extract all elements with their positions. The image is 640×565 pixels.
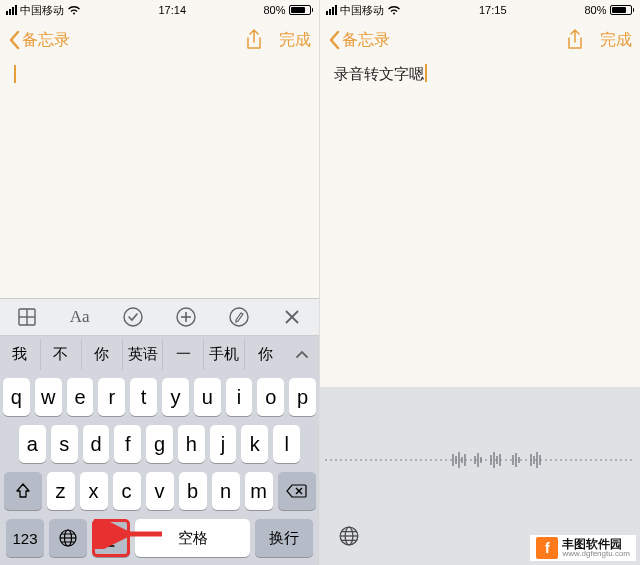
key-b[interactable]: b (179, 472, 207, 510)
key-a[interactable]: a (19, 425, 46, 463)
key-s[interactable]: s (51, 425, 78, 463)
return-key[interactable]: 换行 (255, 519, 313, 557)
phone-right: 中国移动 17:15 80% 备忘录 (320, 0, 640, 565)
pencil-icon[interactable] (226, 304, 252, 330)
key-i[interactable]: i (226, 378, 253, 416)
key-q[interactable]: q (3, 378, 30, 416)
key-e[interactable]: e (67, 378, 94, 416)
wifi-icon (67, 5, 81, 15)
back-label: 备忘录 (342, 30, 390, 51)
globe-key[interactable] (49, 519, 87, 557)
toolbar-row: Aa (0, 298, 319, 336)
done-button[interactable]: 完成 (600, 30, 632, 51)
back-button[interactable]: 备忘录 (328, 30, 390, 51)
share-icon[interactable] (245, 29, 263, 51)
numeric-key[interactable]: 123 (6, 519, 44, 557)
svg-rect-15 (109, 529, 114, 539)
aa-icon[interactable]: Aa (67, 304, 93, 330)
back-label: 备忘录 (22, 30, 70, 51)
key-j[interactable]: j (210, 425, 237, 463)
space-key[interactable]: 空格 (135, 519, 250, 557)
grid-icon[interactable] (14, 304, 40, 330)
plus-icon[interactable] (173, 304, 199, 330)
key-r[interactable]: r (98, 378, 125, 416)
prediction-item[interactable]: 我 (0, 339, 41, 370)
phone-left: 中国移动 17:14 80% 备忘录 (0, 0, 320, 565)
status-bar: 中国移动 17:14 80% (0, 0, 319, 20)
prediction-item[interactable]: 你 (82, 339, 123, 370)
keyboard: Aa 我 不 你 英语 一 手机 你 q w e (0, 298, 319, 565)
chevron-left-icon (328, 30, 340, 50)
key-w[interactable]: w (35, 378, 62, 416)
nav-bar: 备忘录 完成 (320, 20, 640, 60)
carrier-label: 中国移动 (340, 3, 384, 18)
prediction-item[interactable]: 英语 (123, 339, 164, 370)
status-time: 17:15 (479, 4, 507, 16)
key-k[interactable]: k (241, 425, 268, 463)
key-row-2: a s d f g h j k l (3, 425, 316, 463)
done-button[interactable]: 完成 (279, 30, 311, 51)
signal-icon (6, 5, 17, 15)
key-l[interactable]: l (273, 425, 300, 463)
carrier-label: 中国移动 (20, 3, 64, 18)
battery-pct: 80% (584, 4, 606, 16)
key-m[interactable]: m (245, 472, 273, 510)
watermark-sub: www.dgfengtu.com (562, 550, 630, 558)
prediction-item[interactable]: 你 (245, 339, 285, 370)
key-v[interactable]: v (146, 472, 174, 510)
battery-icon (610, 5, 635, 15)
nav-bar: 备忘录 完成 (0, 20, 319, 60)
key-n[interactable]: n (212, 472, 240, 510)
backspace-key[interactable] (278, 472, 316, 510)
key-z[interactable]: z (47, 472, 75, 510)
battery-pct: 80% (263, 4, 285, 16)
key-o[interactable]: o (257, 378, 284, 416)
key-row-1: q w e r t y u i o p (3, 378, 316, 416)
check-icon[interactable] (120, 304, 146, 330)
watermark: f 丰图软件园 www.dgfengtu.com (530, 535, 636, 561)
key-y[interactable]: y (162, 378, 189, 416)
key-t[interactable]: t (130, 378, 157, 416)
chevron-left-icon (8, 30, 20, 50)
key-c[interactable]: c (113, 472, 141, 510)
chevron-up-icon[interactable] (285, 349, 319, 359)
close-icon[interactable] (279, 304, 305, 330)
text-cursor (14, 65, 16, 83)
note-content[interactable] (0, 60, 319, 280)
svg-point-3 (124, 308, 142, 326)
note-content[interactable]: 录音转文字嗯 (320, 60, 640, 380)
key-h[interactable]: h (178, 425, 205, 463)
prediction-item[interactable]: 不 (41, 339, 82, 370)
note-text: 录音转文字嗯 (334, 65, 424, 82)
prediction-item[interactable]: 一 (163, 339, 204, 370)
voice-waveform (320, 445, 640, 475)
share-icon[interactable] (566, 29, 584, 51)
key-x[interactable]: x (80, 472, 108, 510)
battery-icon (289, 5, 314, 15)
key-f[interactable]: f (114, 425, 141, 463)
back-button[interactable]: 备忘录 (8, 30, 70, 51)
key-row-3: z x c v b n m (3, 472, 316, 510)
key-p[interactable]: p (289, 378, 316, 416)
svg-point-7 (230, 308, 248, 326)
signal-icon (326, 5, 337, 15)
status-bar: 中国移动 17:15 80% (320, 0, 640, 20)
key-u[interactable]: u (194, 378, 221, 416)
status-time: 17:14 (158, 4, 186, 16)
watermark-logo: f (536, 537, 558, 559)
prediction-bar: 我 不 你 英语 一 手机 你 (0, 336, 319, 372)
prediction-item[interactable]: 手机 (204, 339, 245, 370)
wifi-icon (387, 5, 401, 15)
shift-key[interactable] (4, 472, 42, 510)
key-d[interactable]: d (83, 425, 110, 463)
globe-key[interactable] (338, 525, 360, 551)
key-g[interactable]: g (146, 425, 173, 463)
mic-key[interactable] (92, 519, 130, 557)
text-cursor (425, 64, 427, 82)
key-row-bottom: 123 空格 换行 (3, 519, 316, 565)
